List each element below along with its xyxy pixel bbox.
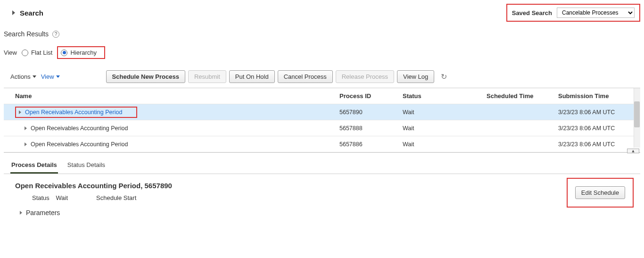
status-cell: Wait [403, 141, 487, 148]
parameters-label: Parameters [26, 209, 60, 216]
expand-row-icon[interactable] [25, 142, 27, 146]
view-label: View [4, 49, 17, 56]
refresh-icon[interactable]: ↻ [441, 72, 447, 81]
chevron-right-icon [12, 10, 15, 15]
expand-row-icon[interactable] [19, 110, 21, 114]
table-row[interactable]: Open Receivables Accounting Period 56578… [4, 136, 640, 152]
scrollbar-thumb[interactable] [634, 101, 640, 127]
saved-search-label: Saved Search [512, 9, 552, 17]
col-header-process-id[interactable]: Process ID [339, 92, 403, 100]
radio-flat-list[interactable]: Flat List [22, 49, 53, 56]
search-results-heading: Search Results [4, 30, 49, 38]
status-cell: Wait [403, 109, 487, 116]
table-row[interactable]: Open Receivables Accounting Period 56578… [4, 104, 640, 120]
resubmit-button: Resubmit [188, 70, 226, 83]
actions-menu[interactable]: Actions [10, 73, 36, 80]
process-name-cell: Open Receivables Accounting Period [31, 125, 128, 132]
details-status-label: Status [32, 194, 50, 201]
view-log-button[interactable]: View Log [397, 70, 434, 83]
submission-time-cell: 3/23/23 8:06 AM UTC [558, 109, 640, 116]
hierarchy-highlight: Hierarchy [57, 46, 105, 59]
col-header-submission-time[interactable]: Submission Time [558, 92, 640, 100]
tab-process-details[interactable]: Process Details [10, 158, 58, 174]
cancel-process-button[interactable]: Cancel Process [278, 70, 333, 83]
col-header-status[interactable]: Status [403, 92, 487, 100]
put-on-hold-button[interactable]: Put On Hold [229, 70, 275, 83]
col-header-scheduled-time[interactable]: Scheduled Time [487, 92, 558, 100]
tab-status-details[interactable]: Status Details [66, 158, 106, 174]
search-section-header[interactable]: Search [4, 9, 43, 17]
edit-schedule-highlight: Edit Schedule [567, 178, 634, 208]
status-cell: Wait [403, 125, 487, 132]
scrollbar-track[interactable] [634, 88, 640, 148]
table-header-row: Name Process ID Status Scheduled Time Su… [4, 88, 640, 104]
process-name-link[interactable]: Open Receivables Accounting Period [25, 109, 122, 116]
table-row[interactable]: Open Receivables Accounting Period 56578… [4, 120, 640, 136]
submission-time-cell: 3/23/23 8:06 AM UTC [558, 125, 640, 132]
schedule-new-process-button[interactable]: Schedule New Process [106, 70, 185, 83]
process-id-cell: 5657886 [339, 141, 403, 148]
submission-time-cell: 3/23/23 8:06 AM UTC [558, 141, 640, 148]
resize-handle-icon[interactable]: ▲ [627, 149, 639, 153]
caret-down-icon [56, 75, 60, 78]
edit-schedule-button[interactable]: Edit Schedule [575, 186, 625, 199]
saved-search-select[interactable]: Cancelable Processes [557, 8, 635, 18]
process-name-cell: Open Receivables Accounting Period [31, 141, 128, 148]
saved-search-region: Saved Search Cancelable Processes [506, 4, 640, 22]
row-name-highlight: Open Receivables Accounting Period [15, 107, 137, 118]
col-header-name[interactable]: Name [4, 92, 339, 100]
view-menu-label: View [41, 73, 54, 80]
radio-hierarchy[interactable]: Hierarchy [61, 49, 97, 56]
expand-row-icon[interactable] [25, 126, 27, 130]
details-status-value: Wait [56, 194, 68, 201]
help-icon[interactable]: ? [52, 31, 59, 38]
radio-flat-list-label: Flat List [31, 49, 53, 56]
details-schedule-start-label: Schedule Start [96, 194, 136, 201]
parameters-section-header[interactable]: Parameters [19, 209, 636, 216]
release-process-button: Release Process [336, 70, 394, 83]
search-title-text: Search [20, 9, 43, 17]
process-id-cell: 5657888 [339, 125, 403, 132]
process-details-panel: Edit Schedule Open Receivables Accountin… [4, 174, 640, 228]
process-id-cell: 5657890 [339, 109, 403, 116]
details-title: Open Receivables Accounting Period, 5657… [15, 182, 636, 190]
actions-menu-label: Actions [10, 73, 31, 80]
view-menu[interactable]: View [41, 73, 60, 80]
chevron-right-icon [20, 211, 22, 215]
caret-down-icon [33, 75, 36, 78]
radio-circle-icon [22, 50, 28, 56]
radio-hierarchy-label: Hierarchy [70, 49, 97, 56]
process-table: Name Process ID Status Scheduled Time Su… [4, 88, 640, 153]
radio-circle-icon [61, 50, 67, 56]
